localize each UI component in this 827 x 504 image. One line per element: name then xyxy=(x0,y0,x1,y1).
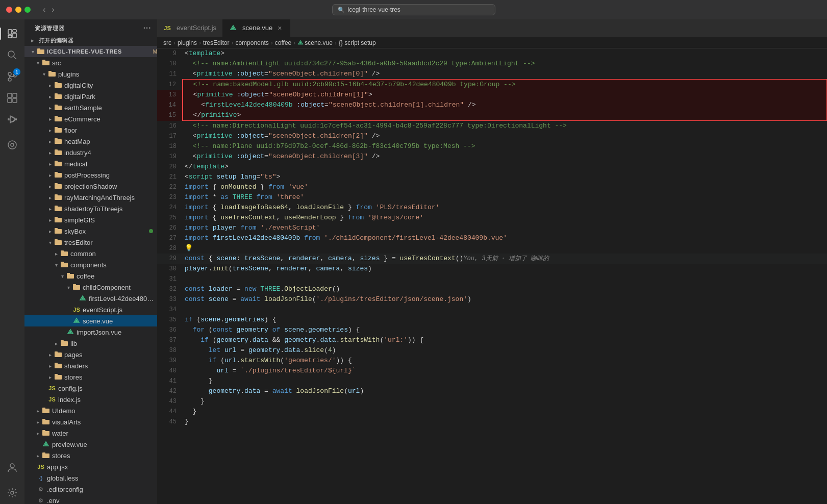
line-content-24: import { loadImageToBase64, loadJsonFile… xyxy=(183,203,827,213)
line-num-45: 45 xyxy=(157,417,183,427)
eCommerce-arrow xyxy=(46,115,54,123)
tree-medical[interactable]: medical xyxy=(24,158,157,169)
svg-point-21 xyxy=(11,491,14,494)
tree-eCommerce[interactable]: eCommerce xyxy=(24,113,157,124)
firstLevel-vue-icon xyxy=(79,294,87,303)
medical-arrow xyxy=(46,160,54,168)
tree-stores-plugins[interactable]: stores xyxy=(24,371,157,383)
breadcrumb-scene-vue[interactable]: scene.vue xyxy=(297,39,333,46)
activity-settings[interactable] xyxy=(2,483,22,503)
tree-global-less[interactable]: {} global.less xyxy=(24,472,157,484)
tree-firstLevel-vue[interactable]: firstLevel-42dee480409b.vue xyxy=(24,293,157,304)
tree-env[interactable]: ⚙ .env xyxy=(24,495,157,504)
tree-digitalCity[interactable]: digitalCity xyxy=(24,80,157,91)
tree-preview-vue[interactable]: preview.vue xyxy=(24,439,157,450)
common-icon xyxy=(60,249,68,258)
open-editors-section[interactable]: 打开的编辑器 xyxy=(24,35,157,46)
tree-UIdemo[interactable]: UIdemo xyxy=(24,405,157,416)
code-line-12: 12 <!-- name:bakedModel.glb uuid:2cb90c1… xyxy=(157,80,827,90)
tree-components[interactable]: components xyxy=(24,259,157,270)
tree-plugins[interactable]: plugins xyxy=(24,68,157,80)
code-line-32: 32 const loader = new THREE.ObjectLoader… xyxy=(157,284,827,294)
tree-stores-root[interactable]: stores xyxy=(24,450,157,461)
svg-point-4 xyxy=(8,51,14,57)
tree-coffee[interactable]: coffee xyxy=(24,270,157,282)
tree-common[interactable]: common xyxy=(24,248,157,259)
code-line-45: 45 } xyxy=(157,417,827,427)
root-item[interactable]: ICEGL-THREE-VUE-TRES M xyxy=(24,46,157,57)
code-line-30: 30 player.init(tresScene, renderer, came… xyxy=(157,264,827,274)
breadcrumb-components[interactable]: components xyxy=(235,39,268,46)
code-editor[interactable]: 9 <template> 10 <!-- name:AmbientLight u… xyxy=(157,48,827,504)
earthSample-arrow xyxy=(46,104,54,112)
line-content-39: if (url.startsWith('geometries/')) { xyxy=(183,356,827,366)
svg-rect-81 xyxy=(42,408,45,409)
forward-icon[interactable]: › xyxy=(52,5,54,14)
tree-app-jsx[interactable]: JS app.jsx xyxy=(24,461,157,472)
tree-index-js[interactable]: JS index.js xyxy=(24,394,157,405)
tree-shaders[interactable]: shaders xyxy=(24,360,157,371)
tree-src[interactable]: src xyxy=(24,57,157,68)
line-content-37: if (geometry.data && geometry.data.start… xyxy=(183,335,827,345)
activity-search[interactable] xyxy=(2,45,22,65)
activity-account[interactable] xyxy=(2,457,22,477)
tree-skyBox[interactable]: skyBox xyxy=(24,225,157,237)
tree-projectionShadow[interactable]: projectionShadow xyxy=(24,181,157,192)
breadcrumb-src[interactable]: src xyxy=(163,39,171,46)
rayMarchingAndThreejs-label: rayMarchingAndThreejs xyxy=(64,194,157,201)
line-num-44: 44 xyxy=(157,407,183,417)
tree-rayMarchingAndThreejs[interactable]: rayMarchingAndThreejs xyxy=(24,192,157,203)
app-jsx-label: app.jsx xyxy=(47,463,157,471)
tree-scene-vue[interactable]: scene.vue xyxy=(24,315,157,326)
tree-importJson-vue[interactable]: importJson.vue xyxy=(24,326,157,338)
line-num-26: 26 xyxy=(157,223,183,233)
activity-explorer[interactable] xyxy=(2,23,22,44)
tree-config-js[interactable]: JS config.js xyxy=(24,383,157,394)
earthSample-label: earthSample xyxy=(64,104,157,112)
activity-git[interactable]: 1 xyxy=(2,66,22,87)
tree-tresEditor[interactable]: tresEditor xyxy=(24,237,157,248)
simpleGIS-icon xyxy=(54,216,62,224)
tree-lib[interactable]: lib xyxy=(24,338,157,349)
tab-scene-vue-close[interactable]: × xyxy=(275,24,284,32)
plugins-folder-icon xyxy=(48,70,56,78)
titlebar-search[interactable]: 🔍 xyxy=(332,4,495,15)
breadcrumb-plugins[interactable]: plugins xyxy=(178,39,197,46)
breadcrumb-coffee[interactable]: coffee xyxy=(275,39,291,46)
tree-industry4[interactable]: industry4 xyxy=(24,147,157,158)
tab-scene-vue[interactable]: scene.vue × xyxy=(223,19,290,37)
tab-eventScript[interactable]: JS eventScript.js xyxy=(157,19,223,37)
tree-pages[interactable]: pages xyxy=(24,349,157,360)
tree-editorconfig[interactable]: ⚙ .editorconfig xyxy=(24,484,157,495)
minimize-button[interactable] xyxy=(15,7,21,13)
tree-floor[interactable]: floor xyxy=(24,124,157,136)
activity-extensions[interactable] xyxy=(2,88,22,108)
tree-eventScript-js[interactable]: JS eventScript.js xyxy=(24,304,157,315)
medical-icon xyxy=(54,160,62,168)
tree-visualArts[interactable]: visualArts xyxy=(24,416,157,427)
close-button[interactable] xyxy=(6,7,12,13)
svg-rect-48 xyxy=(55,195,62,200)
more-icon[interactable]: ··· xyxy=(143,23,151,33)
activity-debug[interactable] xyxy=(2,109,22,130)
breadcrumb-script-setup[interactable]: {} script setup xyxy=(339,39,376,46)
tree-heatMap[interactable]: heatMap xyxy=(24,136,157,147)
line-content-20: </template> xyxy=(183,162,827,172)
tree-water[interactable]: water xyxy=(24,427,157,439)
visualArts-arrow xyxy=(34,418,42,426)
breadcrumb-tresEditor[interactable]: tresEditor xyxy=(203,39,229,46)
maximize-button[interactable] xyxy=(24,7,31,13)
line-29-hint: You, 3天前 · 增加了 咖啡的 xyxy=(463,255,549,262)
tree-earthSample[interactable]: earthSample xyxy=(24,102,157,113)
tree-digitalPark[interactable]: digitalPark xyxy=(24,91,157,102)
activity-remote[interactable] xyxy=(2,135,22,155)
back-icon[interactable]: ‹ xyxy=(43,5,45,14)
svg-point-18 xyxy=(8,141,16,149)
stores-plugins-icon xyxy=(54,373,62,381)
tree-postProcessing[interactable]: postProcessing xyxy=(24,169,157,181)
tree-simpleGIS[interactable]: simpleGIS xyxy=(24,214,157,225)
svg-rect-25 xyxy=(42,60,45,61)
tree-shadertoyToThreejs[interactable]: shadertoyToThreejs xyxy=(24,203,157,214)
search-input[interactable] xyxy=(348,6,490,13)
tree-childComponent[interactable]: childComponent xyxy=(24,282,157,293)
